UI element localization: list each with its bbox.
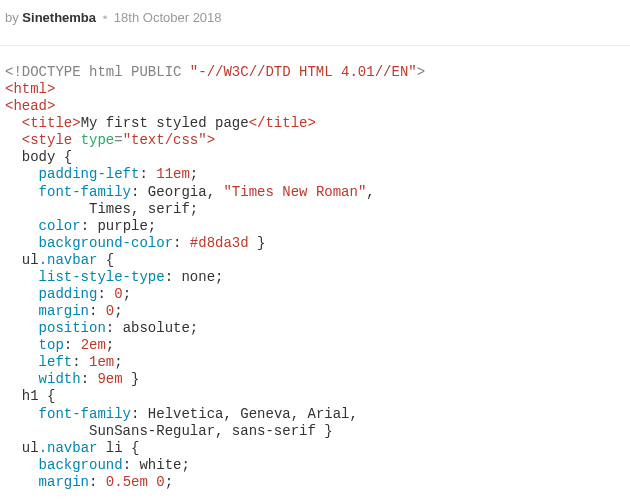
ff-times: Times <box>89 201 131 217</box>
doctype-open: <!DOCTYPE html PUBLIC <box>5 64 190 80</box>
colon: : <box>139 166 156 182</box>
style-open-gt: > <box>207 132 215 148</box>
semi: ; <box>190 166 198 182</box>
author-name: Sinethemba <box>22 10 96 25</box>
margin-li-val: 0.5em 0 <box>106 474 165 490</box>
ff-tnr: "Times New Roman" <box>223 184 366 200</box>
bgcolor-val: #d8da3d <box>190 235 249 251</box>
code-snippet: <!DOCTYPE html PUBLIC "-//W3C//DTD HTML … <box>0 46 630 496</box>
position-val: absolute <box>123 320 190 336</box>
post-byline: by Sinethemba • 18th October 2018 <box>0 0 630 46</box>
padding-left-prop: padding-left <box>39 166 140 182</box>
ff-georgia: Georgia <box>148 184 207 200</box>
color-val: purple <box>97 218 147 234</box>
ff-serif: serif <box>148 201 190 217</box>
title-close: </title> <box>249 115 316 131</box>
doctype-close: > <box>417 64 425 80</box>
li-sel: li { <box>97 440 139 456</box>
padding-left-val: 11em <box>156 166 190 182</box>
h1-selector: h1 { <box>22 388 56 404</box>
lst-prop: list-style-type <box>39 269 165 285</box>
width-val: 9em <box>97 371 122 387</box>
html-tag: <html> <box>5 81 55 97</box>
left-prop: left <box>39 354 73 370</box>
left-val: 1em <box>89 354 114 370</box>
ul-sel: ul <box>22 252 39 268</box>
post-date: 18th October 2018 <box>114 10 222 25</box>
top-prop: top <box>39 337 64 353</box>
head-tag: <head> <box>5 98 55 114</box>
bg-val: white <box>139 457 181 473</box>
top-val: 2em <box>81 337 106 353</box>
margin-li-prop: margin <box>39 474 89 490</box>
ff-sans: sans-serif <box>232 423 316 439</box>
style-open-lt: <style <box>22 132 72 148</box>
font-family-prop: font-family <box>39 184 131 200</box>
navbar-class2: .navbar <box>39 440 98 456</box>
bg-prop: background <box>39 457 123 473</box>
ff-arial: Arial <box>308 406 350 422</box>
style-attr-val: "text/css" <box>123 132 207 148</box>
title-text: My first styled page <box>81 115 249 131</box>
ff-helvetica: Helvetica <box>148 406 224 422</box>
style-attr-name: type <box>81 132 115 148</box>
style-attr-eq: = <box>114 132 122 148</box>
doctype-string: "-//W3C//DTD HTML 4.01//EN" <box>190 64 417 80</box>
ff-geneva: Geneva <box>240 406 290 422</box>
position-prop: position <box>39 320 106 336</box>
body-selector: body { <box>22 149 72 165</box>
color-prop: color <box>39 218 81 234</box>
margin-val: 0 <box>106 303 114 319</box>
navbar-class: .navbar <box>39 252 98 268</box>
by-label: by <box>5 10 19 25</box>
margin-prop: margin <box>39 303 89 319</box>
bgcolor-prop: background-color <box>39 235 173 251</box>
title-open: <title> <box>22 115 81 131</box>
ff-h1-prop: font-family <box>39 406 131 422</box>
padding-val: 0 <box>114 286 122 302</box>
ul-sel2: ul <box>22 440 39 456</box>
lst-val: none <box>181 269 215 285</box>
padding-prop: padding <box>39 286 98 302</box>
separator-dot: • <box>103 10 108 25</box>
ff-sunsans: SunSans-Regular <box>89 423 215 439</box>
width-prop: width <box>39 371 81 387</box>
